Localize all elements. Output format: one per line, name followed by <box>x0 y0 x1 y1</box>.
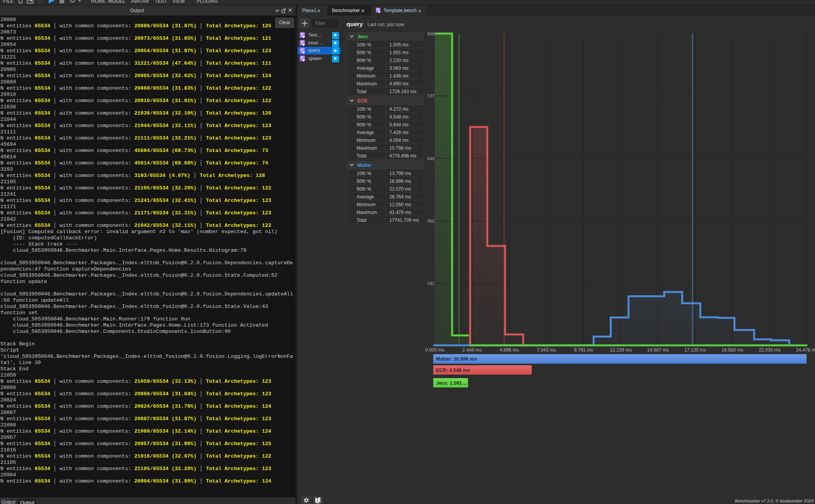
svg-text:7.343 ms: 7.343 ms <box>537 347 556 353</box>
svg-text:22.030 ms: 22.030 ms <box>759 347 781 353</box>
svg-text:181: 181 <box>427 281 435 286</box>
svg-text:0.000 ms: 0.000 ms <box>425 347 444 353</box>
svg-text:17.135 ms: 17.135 ms <box>684 347 706 353</box>
svg-text:12.239 ms: 12.239 ms <box>610 347 632 353</box>
svg-text:363: 363 <box>427 219 435 223</box>
svg-text:545: 545 <box>427 156 435 161</box>
svg-text:Matter: 16.896 ms: Matter: 16.896 ms <box>436 356 477 362</box>
svg-text:2.448 ms: 2.448 ms <box>462 347 481 353</box>
svg-text:ECR: 4.548 ms: ECR: 4.548 ms <box>436 368 470 373</box>
svg-text:19.583 ms: 19.583 ms <box>721 347 743 353</box>
svg-text:24.478 ms: 24.478 ms <box>796 347 815 353</box>
svg-text:727: 727 <box>427 94 435 98</box>
svg-text:14.687 ms: 14.687 ms <box>647 347 669 353</box>
svg-text:4.896 ms: 4.896 ms <box>500 347 519 353</box>
svg-text:9.791 ms: 9.791 ms <box>574 347 593 353</box>
svg-text:909: 909 <box>427 32 435 36</box>
svg-text:Jecs: 1.591…: Jecs: 1.591… <box>436 380 467 386</box>
